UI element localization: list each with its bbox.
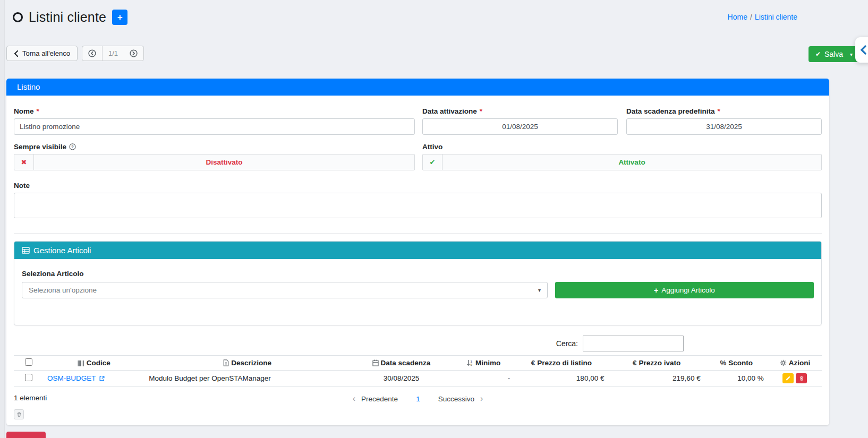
required-asterisk: * [480,107,482,115]
trash-icon [799,375,804,381]
pagination-next[interactable]: Successivo [437,395,475,403]
column-prezzo-listino[interactable]: €Prezzo di listino [514,356,608,371]
table-icon [22,247,30,254]
arrow-circle-left-icon [88,49,96,57]
table-header-row: Codice Descrizione Data scadenza 19Minim… [14,356,822,371]
required-asterisk: * [37,107,39,115]
page-left-edge [0,0,5,438]
check-icon: ✔ [815,50,821,58]
nome-label: Nome* [14,107,415,115]
plus-icon: + [654,286,658,295]
listino-card: Listino Nome* Data attivazione* Data sca… [6,79,829,425]
row-checkbox[interactable] [25,374,32,381]
page-header: Listini cliente + [13,10,127,25]
page-title: Listini cliente [29,10,106,25]
note-textarea[interactable] [14,193,822,218]
prezzo-ivato-cell: 219,60 € [608,371,704,387]
sempre-visibile-state: Disattivato [34,154,414,170]
back-to-list-label: Torna all'elenco [22,49,70,57]
euro-icon: € [531,359,535,367]
sort-numeric-icon: 19 [466,359,473,366]
aggiungi-articolo-button[interactable]: + Aggiungi Articolo [555,282,814,298]
calendar-icon [372,359,379,366]
pencil-icon [785,375,791,381]
plus-icon: + [117,12,123,22]
previous-record-button[interactable] [82,46,102,61]
select-all-checkbox[interactable] [25,358,32,366]
sempre-visibile-label: Sempre visibile ? [14,143,415,151]
column-prezzo-ivato[interactable]: €Prezzo ivato [608,356,704,371]
cogs-icon [780,359,787,366]
required-asterisk: * [718,107,720,115]
data-scadenza-predefinita-label: Data scadenza predefinita* [626,107,822,115]
edit-row-button[interactable] [782,373,794,383]
record-page-indicator: 1/1 [102,46,124,61]
x-icon: ✖ [14,154,34,170]
svg-text:1: 1 [471,360,473,363]
caret-down-icon: ▾ [538,287,541,293]
data-scadenza-cell: 30/08/2025 [350,371,453,387]
sempre-visibile-toggle[interactable]: ✖ Disattivato [14,154,415,170]
search-label: Cerca: [556,339,578,348]
chevron-left-icon [14,50,19,57]
pagination-previous[interactable]: Precedente [360,395,399,403]
results-count: 1 elementi [14,394,47,402]
note-label: Note [14,182,822,190]
module-circle-icon [13,12,23,22]
gestione-articoli-title: Gestione Articoli [33,246,91,255]
arrow-circle-right-icon [130,49,138,57]
breadcrumb-home-link[interactable]: Home [728,13,747,21]
column-codice[interactable]: Codice [43,356,144,371]
trash-icon [16,411,22,417]
articolo-select[interactable]: Seleziona un'opzione ▾ [22,282,548,298]
save-button[interactable]: ✔ Salva ▾ [809,46,860,62]
data-attivazione-label: Data attivazione* [422,107,618,115]
sconto-cell: 10,00 % [705,371,768,387]
descrizione-cell: Modulo Budget per OpenSTAManager [144,371,350,387]
chevron-left-blue-icon [860,45,867,55]
chevron-right-icon[interactable]: › [475,394,488,403]
pagination-page-1[interactable]: 1 [415,395,421,403]
prezzo-listino-cell: 180,00 € [514,371,608,387]
side-panel-toggle[interactable] [855,37,868,63]
section-divider [14,233,822,234]
attivo-toggle[interactable]: ✔ Attivato [422,154,822,170]
add-record-button[interactable]: + [112,10,127,25]
gestione-articoli-card: Gestione Articoli Seleziona Articolo Sel… [14,241,822,325]
column-azioni: Azioni [768,356,822,371]
search-input[interactable] [583,336,684,351]
codice-link[interactable]: OSM-BUDGET [47,374,105,382]
seleziona-articolo-label: Seleziona Articolo [22,270,814,278]
delete-record-button[interactable] [6,432,46,438]
delete-row-button[interactable] [796,373,807,383]
save-button-label: Salva [824,50,843,58]
column-descrizione[interactable]: Descrizione [144,356,350,371]
caret-down-icon: ▾ [850,51,853,57]
minimo-cell: - [453,371,514,387]
euro-icon: € [633,359,637,367]
chevron-left-icon[interactable]: ‹ [348,394,360,403]
percent-icon: % [720,359,726,367]
data-scadenza-predefinita-input[interactable] [626,118,822,135]
breadcrumb: Home/Listini cliente [728,13,797,21]
file-icon [223,359,229,366]
bulk-delete-button[interactable] [14,409,24,419]
column-sconto[interactable]: %Sconto [705,356,768,371]
record-toolbar: Torna all'elenco 1/1 [6,46,144,61]
aggiungi-articolo-label: Aggiungi Articolo [661,286,715,294]
record-pager: 1/1 [82,46,144,61]
nome-input[interactable] [14,118,415,135]
column-data-scadenza[interactable]: Data scadenza [350,356,453,371]
listino-card-header: Listino [6,79,829,96]
table-row: OSM-BUDGET Modulo Budget per OpenSTAMana… [14,371,822,387]
column-minimo[interactable]: 19Minimo [453,356,514,371]
barcode-icon [78,360,84,366]
next-record-button[interactable] [124,46,143,61]
table-search: Cerca: [14,336,822,351]
attivo-label: Attivo [422,143,822,151]
external-link-icon [99,375,105,382]
svg-text:9: 9 [471,363,473,366]
breadcrumb-current-link[interactable]: Listini cliente [755,13,797,21]
data-attivazione-input[interactable] [422,118,618,135]
back-to-list-button[interactable]: Torna all'elenco [6,46,78,61]
